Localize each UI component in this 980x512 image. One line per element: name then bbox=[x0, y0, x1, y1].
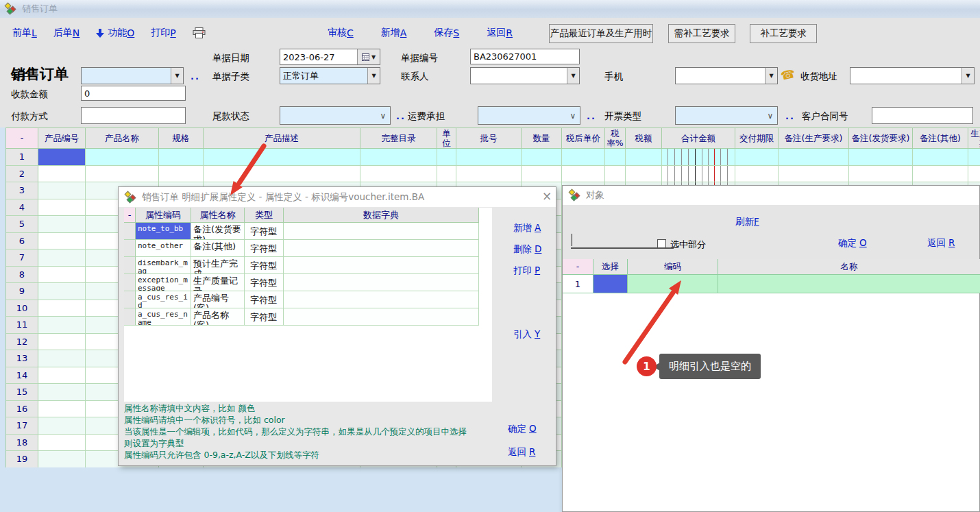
doc-no-input[interactable]: BA230627001 bbox=[470, 49, 580, 64]
grid-cell[interactable] bbox=[605, 149, 626, 166]
attr-header[interactable]: 属性名称 bbox=[191, 208, 245, 223]
grid-cell[interactable] bbox=[204, 166, 360, 183]
grid-cell[interactable] bbox=[38, 149, 86, 166]
need-process-req-button[interactable]: 需补工艺要求 bbox=[668, 24, 735, 43]
attr-header[interactable]: 数据字典 bbox=[284, 208, 479, 223]
grid-cell[interactable] bbox=[437, 149, 456, 166]
attr-cell[interactable]: note_other bbox=[136, 240, 191, 257]
grid-cell[interactable] bbox=[662, 149, 735, 166]
attr-action-add[interactable]: 新增A bbox=[513, 222, 541, 234]
toolbar-link-prev[interactable]: 前单L bbox=[12, 27, 37, 39]
grid-row-number[interactable]: 9 bbox=[6, 283, 38, 300]
toolbar-link-save[interactable]: 保存S bbox=[434, 27, 459, 39]
combo-arrow-icon[interactable]: ▼ bbox=[961, 68, 974, 84]
grid-cell[interactable] bbox=[360, 166, 437, 183]
attr-cell[interactable] bbox=[284, 274, 479, 291]
mobile-combo[interactable]: ▼ bbox=[675, 67, 778, 84]
grid-cell[interactable] bbox=[38, 166, 86, 183]
freight-combo[interactable]: ∨ bbox=[478, 106, 580, 125]
grid-header[interactable]: 备注(其他) bbox=[913, 128, 968, 149]
object-back-link[interactable]: 返回R bbox=[927, 237, 955, 249]
attr-cell[interactable]: 字符型 bbox=[245, 274, 284, 291]
object-ok-link[interactable]: 确定O bbox=[838, 237, 867, 249]
customer-lookup-dots[interactable]: .. bbox=[191, 71, 200, 82]
printer-icon[interactable] bbox=[193, 27, 206, 38]
grid-cell[interactable] bbox=[38, 283, 86, 300]
grid-cell[interactable] bbox=[204, 149, 360, 166]
grid-header[interactable]: 数量 bbox=[522, 128, 562, 149]
chevron-down-icon[interactable]: ∨ bbox=[566, 111, 580, 121]
grid-cell[interactable] bbox=[662, 166, 735, 183]
grid-header[interactable]: 规格 bbox=[159, 128, 204, 149]
attr-cell[interactable]: 生产质量记录 bbox=[191, 274, 245, 291]
attr-row-selector[interactable] bbox=[124, 274, 136, 291]
attr-action-print[interactable]: 打印P bbox=[513, 265, 540, 277]
object-select-cell[interactable] bbox=[593, 275, 628, 293]
grid-cell[interactable] bbox=[38, 267, 86, 284]
attr-cell[interactable]: 字符型 bbox=[245, 223, 284, 240]
grid-cell[interactable] bbox=[360, 149, 437, 166]
grid-cell[interactable] bbox=[779, 166, 849, 183]
object-cell[interactable] bbox=[718, 275, 980, 293]
attr-row-selector[interactable] bbox=[124, 240, 136, 257]
attr-cell[interactable]: 产品名称(客) bbox=[191, 308, 245, 326]
grid-cell[interactable] bbox=[38, 317, 86, 334]
grid-row-number[interactable]: 19 bbox=[6, 451, 38, 467]
grid-cell[interactable] bbox=[522, 149, 562, 166]
process-req-button[interactable]: 补工艺要求 bbox=[750, 24, 817, 43]
grid-cell[interactable] bbox=[38, 367, 86, 385]
attr-header[interactable]: - bbox=[124, 208, 136, 223]
grid-cell[interactable] bbox=[38, 401, 86, 418]
grid-cell[interactable] bbox=[38, 233, 86, 250]
attr-cell[interactable] bbox=[284, 257, 479, 274]
grid-header[interactable]: 税率% bbox=[605, 128, 626, 149]
attr-cell[interactable]: 备注(其他) bbox=[191, 240, 245, 257]
grid-cell[interactable] bbox=[38, 350, 86, 367]
refresh-link[interactable]: 刷新F bbox=[735, 216, 759, 228]
object-header[interactable]: 选择 bbox=[593, 259, 628, 275]
grid-cell[interactable] bbox=[38, 435, 86, 452]
attr-cell[interactable] bbox=[284, 308, 479, 326]
attr-cell[interactable]: 字符型 bbox=[245, 257, 284, 274]
close-icon[interactable]: × bbox=[542, 191, 552, 202]
attr-cell[interactable] bbox=[284, 291, 479, 308]
grid-row-number[interactable]: 18 bbox=[6, 435, 38, 452]
subtype-combo[interactable]: 正常订单▼ bbox=[280, 67, 380, 84]
attr-row-selector[interactable] bbox=[124, 223, 136, 240]
grid-cell[interactable] bbox=[38, 199, 86, 217]
grid-cell[interactable] bbox=[38, 384, 86, 401]
grid-cell[interactable] bbox=[38, 182, 86, 199]
grid-header[interactable]: 单位 bbox=[437, 128, 456, 149]
grid-cell[interactable] bbox=[38, 451, 86, 467]
combo-arrow-icon[interactable]: ▼ bbox=[171, 68, 183, 84]
grid-header[interactable]: 税额 bbox=[626, 128, 662, 149]
contract-no-input[interactable] bbox=[872, 107, 973, 124]
grid-cell[interactable] bbox=[968, 149, 980, 166]
grid-cell[interactable] bbox=[968, 166, 980, 183]
grid-row-number[interactable]: 10 bbox=[6, 300, 38, 317]
customer-combo[interactable]: ▼ bbox=[81, 67, 184, 84]
attr-cell[interactable]: a_cus_res_name bbox=[136, 308, 191, 326]
grid-cell[interactable] bbox=[849, 166, 913, 183]
phone-icon[interactable]: ☎ bbox=[779, 66, 796, 83]
grid-row-number[interactable]: 15 bbox=[6, 384, 38, 401]
grid-cell[interactable] bbox=[913, 149, 968, 166]
combo-arrow-icon[interactable]: ▼ bbox=[567, 68, 579, 84]
grid-row-number[interactable]: 14 bbox=[6, 367, 38, 385]
grid-header[interactable]: 备注(生产要求) bbox=[779, 128, 849, 149]
recent-orders-button[interactable]: 产品最近订单及生产用时 bbox=[549, 24, 653, 43]
grid-header[interactable]: 产品编号 bbox=[38, 128, 86, 149]
received-input[interactable]: 0 bbox=[81, 86, 186, 101]
object-cell[interactable] bbox=[628, 275, 718, 293]
attr-action-delete[interactable]: 删除D bbox=[513, 243, 541, 256]
attr-cell[interactable]: 产品编号(客) bbox=[191, 291, 245, 308]
attr-cell[interactable] bbox=[284, 240, 479, 257]
grid-row-number[interactable]: 17 bbox=[6, 417, 38, 435]
attr-cell[interactable] bbox=[284, 223, 479, 240]
combo-arrow-icon[interactable]: ▼ bbox=[765, 68, 777, 84]
grid-row-number[interactable]: 5 bbox=[6, 216, 38, 233]
grid-header[interactable]: 生产周期 bbox=[968, 128, 980, 149]
grid-cell[interactable] bbox=[605, 166, 626, 183]
toolbar-link-back[interactable]: 返回R bbox=[487, 27, 513, 39]
grid-cell[interactable] bbox=[38, 216, 86, 233]
